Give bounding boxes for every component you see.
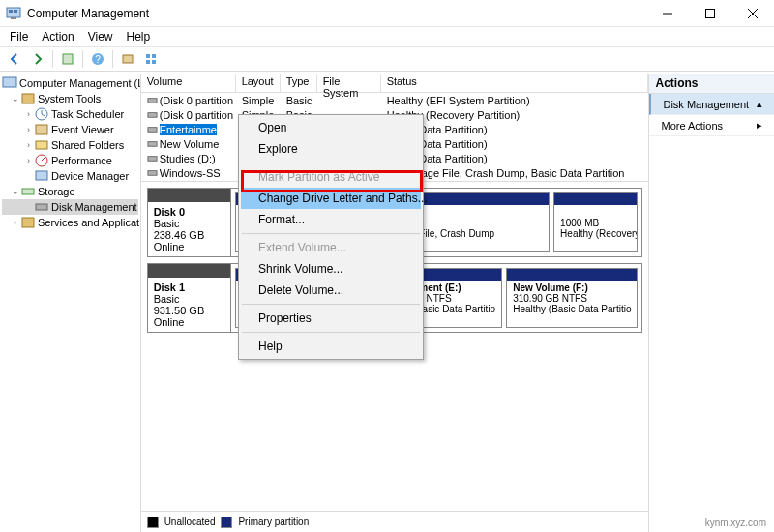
svg-rect-11 [146,60,150,64]
svg-rect-2 [14,10,17,13]
ctx-change-drive-letter[interactable]: Change Drive Letter and Paths... [241,188,421,209]
tree-storage[interactable]: ⌄Storage [2,184,138,199]
col-type[interactable]: Type [281,74,317,92]
svg-rect-4 [706,9,715,17]
svg-rect-9 [146,54,150,58]
maximize-button[interactable] [689,0,731,26]
volume-row[interactable]: (Disk 0 partition 1)SimpleBasicHealthy (… [141,93,649,107]
col-filesystem[interactable]: File System [317,74,381,92]
partition[interactable]: New Volume (F:)310.90 GB NTFSHealthy (Ba… [506,268,638,328]
watermark: kynm.xyz.com [705,517,766,528]
svg-rect-27 [148,157,157,162]
svg-rect-21 [36,204,47,210]
ctx-explore[interactable]: Explore [241,138,421,160]
tree-performance[interactable]: ›Performance [2,153,138,168]
drive-icon [147,124,158,134]
drive-icon [147,95,158,105]
legend-unallocated: Unallocated [164,517,216,527]
app-icon [6,6,21,21]
window-controls [646,0,774,26]
tree-task-scheduler[interactable]: ›Task Scheduler [2,106,138,122]
svg-rect-8 [123,55,133,63]
svg-rect-19 [36,171,47,180]
legend: Unallocated Primary partition [141,511,649,532]
forward-button[interactable] [27,49,48,69]
ctx-extend: Extend Volume... [241,237,421,258]
svg-rect-28 [148,171,157,176]
menu-view[interactable]: View [82,30,119,44]
chevron-right-icon: ▸ [757,119,762,132]
svg-rect-14 [22,94,34,103]
svg-text:?: ? [95,54,101,65]
tree-system-tools[interactable]: ⌄System Tools [2,91,138,106]
ctx-delete[interactable]: Delete Volume... [241,280,421,301]
volume-list-header[interactable]: Volume Layout Type File System Status [141,74,649,93]
context-menu: Open Explore Mark Partition as Active Ch… [238,114,424,360]
nav-tree[interactable]: Computer Management (Local) ⌄System Tool… [0,74,141,532]
svg-rect-5 [63,54,73,64]
ctx-properties[interactable]: Properties [241,308,421,329]
ctx-format[interactable]: Format... [241,209,421,230]
ctx-mark-active: Mark Partition as Active [241,166,421,188]
tree-device-manager[interactable]: Device Manager [2,168,138,184]
menu-help[interactable]: Help [121,30,157,44]
svg-rect-20 [22,189,34,194]
menu-bar: File Action View Help [0,27,774,46]
actions-more[interactable]: More Actions▸ [649,115,774,136]
menu-file[interactable]: File [4,30,34,44]
actions-pane: Actions Disk Management▴ More Actions▸ [649,74,774,532]
svg-rect-26 [148,142,157,147]
minimize-button[interactable] [646,0,689,26]
drive-icon [147,138,158,149]
tree-root[interactable]: Computer Management (Local) [2,75,138,91]
close-button[interactable] [731,0,774,26]
svg-rect-10 [152,54,156,58]
legend-swatch-primary [221,517,232,528]
ctx-help[interactable]: Help [241,336,421,357]
settings-button[interactable] [117,49,138,69]
actions-header: Actions [649,74,774,94]
col-status[interactable]: Status [381,74,649,92]
svg-rect-22 [22,218,34,227]
ctx-open[interactable]: Open [241,117,421,138]
tree-services[interactable]: ›Services and Applications [2,215,138,230]
svg-rect-12 [152,60,156,64]
back-button[interactable] [4,49,25,69]
legend-swatch-unallocated [147,517,159,528]
tree-event-viewer[interactable]: ›Event Viewer [2,122,138,137]
partition[interactable]: 1000 MBHealthy (Recovery P [553,192,638,252]
actions-disk-management[interactable]: Disk Management▴ [649,94,774,115]
col-layout[interactable]: Layout [236,74,281,92]
chevron-up-icon: ▴ [757,98,762,110]
svg-rect-17 [36,141,47,149]
svg-rect-24 [148,113,157,118]
title-bar: Computer Management [0,0,774,27]
svg-rect-23 [148,99,157,103]
disk-sidebar: Disk 0Basic238.46 GBOnline [148,189,231,256]
view-button[interactable] [140,49,162,69]
icon-toolbar: ? [0,46,774,72]
legend-primary: Primary partition [238,517,309,527]
svg-rect-1 [9,10,13,13]
window-title: Computer Management [27,7,646,20]
tree-disk-management[interactable]: Disk Management [2,199,138,215]
menu-action[interactable]: Action [36,30,79,44]
svg-rect-3 [11,17,16,19]
col-volume[interactable]: Volume [141,74,236,92]
drive-icon [147,109,158,120]
drive-icon [147,167,158,178]
ctx-shrink[interactable]: Shrink Volume... [241,258,421,280]
svg-rect-13 [3,77,16,87]
refresh-button[interactable] [57,49,78,69]
svg-rect-16 [36,125,47,134]
tree-shared-folders[interactable]: ›Shared Folders [2,137,138,153]
svg-rect-25 [148,128,157,133]
help-button[interactable]: ? [87,49,108,69]
drive-icon [147,153,158,163]
disk-sidebar: Disk 1Basic931.50 GBOnline [148,264,231,332]
